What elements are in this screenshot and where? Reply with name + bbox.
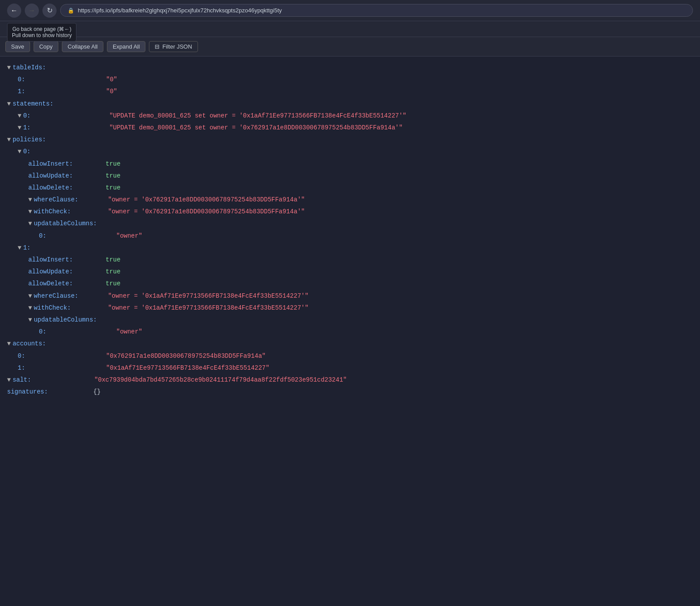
p0-allowInsert-val: true (106, 159, 121, 170)
salt-val: "0xc7939d04bda7bd457265b28ce9b02411174f7… (94, 375, 346, 386)
p0-allowUpdate-key: allowUpdate: (28, 170, 106, 182)
p1-withCheck-toggle[interactable]: ▼ (28, 303, 32, 314)
p1-whereClause-val: "owner = '0x1aAf71Ee97713566FB7138e4FcE4… (108, 291, 308, 302)
p0-allowUpdate-val: true (106, 170, 121, 182)
p1-whereClause-key: whereClause: (34, 291, 108, 302)
url-bar[interactable]: 🔒 https://ipfs.io/ipfs/bafkreieh2glghqxj… (60, 4, 693, 17)
p0-updatableCols-0-key: 0: (39, 231, 116, 242)
p0-withCheck-row: ▼ withCheck: "owner = '0x762917a1e8DD003… (0, 206, 700, 218)
policies-toggle[interactable]: ▼ (7, 134, 11, 145)
accounts-1-val: "0x1aAf71Ee97713566FB7138e4FcE4f33bE5514… (106, 363, 270, 374)
p1-updatableCols-row: ▼ updatableColumns: (0, 314, 700, 326)
p1-allowDelete-key: allowDelete: (28, 278, 106, 289)
statements-0-toggle[interactable]: ▼ (18, 110, 21, 121)
policies-row: ▼ policies: (0, 134, 700, 146)
p1-allowInsert-val: true (106, 254, 121, 265)
headers-tab[interactable]: Headers (7, 22, 43, 36)
policy-0-row: ▼ 0: (0, 146, 700, 158)
statements-key: statements: (12, 98, 53, 110)
tableIds-1-val: "0" (106, 86, 117, 97)
p1-updatableCols-0-key: 0: (39, 326, 116, 337)
p0-allowUpdate-row: allowUpdate: true (0, 170, 700, 182)
p0-withCheck-val: "owner = '0x762917a1e8DD00300678975254b8… (108, 206, 304, 217)
p0-updatableCols-toggle[interactable]: ▼ (28, 218, 32, 229)
copy-button[interactable]: Copy (34, 41, 58, 52)
p1-allowDelete-val: true (106, 278, 121, 289)
p0-updatableCols-key: updatableColumns: (34, 218, 97, 229)
statements-0-key: 0: (23, 110, 109, 121)
statements-1-key: 1: (23, 122, 109, 133)
p1-allowInsert-row: allowInsert: true (0, 254, 700, 266)
tableIds-1-key: 1: (18, 86, 106, 97)
statements-1-row: ▼ 1: "UPDATE demo_80001_625 set owner = … (0, 122, 700, 134)
p1-updatableCols-key: updatableColumns: (34, 314, 97, 326)
policy-1-key: 1: (23, 242, 30, 254)
p0-allowInsert-key: allowInsert: (28, 159, 106, 170)
tableIds-toggle[interactable]: ▼ (7, 62, 11, 73)
p0-withCheck-toggle[interactable]: ▼ (28, 206, 32, 217)
salt-key: salt: (12, 375, 94, 386)
policy-1-row: ▼ 1: (0, 242, 700, 254)
p1-withCheck-row: ▼ withCheck: "owner = '0x1aAf71Ee9771356… (0, 302, 700, 314)
p1-whereClause-row: ▼ whereClause: "owner = '0x1aAf71Ee97713… (0, 290, 700, 302)
back-button[interactable]: ← Go back one page (⌘←) Pull down to sho… (7, 4, 21, 18)
p0-whereClause-toggle[interactable]: ▼ (28, 194, 32, 205)
accounts-0-key: 0: (18, 351, 106, 362)
signatures-row: signatures: {} (0, 386, 700, 398)
browser-bar: ← Go back one page (⌘←) Pull down to sho… (0, 0, 700, 21)
lock-icon: 🔒 (68, 8, 74, 14)
p1-withCheck-key: withCheck: (34, 303, 108, 314)
statements-row: ▼ statements: (0, 98, 700, 110)
p0-allowDelete-val: true (106, 182, 121, 193)
policy-1-toggle[interactable]: ▼ (18, 242, 21, 254)
p0-allowDelete-key: allowDelete: (28, 182, 106, 193)
p1-allowUpdate-val: true (106, 266, 121, 277)
policy-0-toggle[interactable]: ▼ (18, 146, 21, 157)
p1-updatableCols-0-val: "owner" (116, 326, 142, 337)
p0-whereClause-val: "owner = '0x762917a1e8DD00300678975254b8… (108, 194, 304, 205)
p1-updatableCols-toggle[interactable]: ▼ (28, 314, 32, 326)
filter-icon: ⊟ (155, 43, 160, 50)
accounts-0-val: "0x762917a1e8DD00300678975254b83DD5FFa91… (106, 351, 266, 362)
filter-label: Filter JSON (162, 43, 192, 50)
tab-bar: Headers (0, 21, 700, 37)
accounts-toggle[interactable]: ▼ (7, 338, 11, 349)
tableIds-1-row: 1: "0" (0, 86, 700, 98)
statements-toggle[interactable]: ▼ (7, 98, 11, 110)
statements-1-toggle[interactable]: ▼ (18, 122, 21, 133)
salt-row: ▼ salt: "0xc7939d04bda7bd457265b28ce9b02… (0, 374, 700, 386)
p1-withCheck-val: "owner = '0x1aAf71Ee97713566FB7138e4FcE4… (108, 303, 308, 314)
p0-withCheck-key: withCheck: (34, 206, 108, 217)
json-content: ▼ tableIds: 0: "0" 1: "0" ▼ statements: … (0, 57, 700, 403)
collapse-all-button[interactable]: Collapse All (62, 41, 103, 52)
save-button[interactable]: Save (5, 41, 30, 52)
accounts-row: ▼ accounts: (0, 338, 700, 350)
p0-updatableCols-row: ▼ updatableColumns: (0, 218, 700, 230)
policy-0-key: 0: (23, 146, 30, 157)
forward-button[interactable]: → (25, 4, 39, 18)
tableIds-row: ▼ tableIds: (0, 62, 700, 74)
signatures-key: signatures: (7, 386, 93, 398)
p1-allowDelete-row: allowDelete: true (0, 278, 700, 290)
accounts-key: accounts: (12, 338, 46, 349)
p1-updatableCols-0-row: 0: "owner" (0, 326, 700, 338)
salt-toggle[interactable]: ▼ (7, 375, 11, 386)
p0-allowInsert-row: allowInsert: true (0, 158, 700, 170)
statements-0-val: "UPDATE demo_80001_625 set owner = '0x1a… (109, 110, 406, 121)
tableIds-0-val: "0" (106, 74, 117, 85)
p0-updatableCols-0-row: 0: "owner" (0, 230, 700, 242)
p0-whereClause-row: ▼ whereClause: "owner = '0x762917a1e8DD0… (0, 194, 700, 206)
accounts-1-row: 1: "0x1aAf71Ee97713566FB7138e4FcE4f33bE5… (0, 362, 700, 374)
p1-whereClause-toggle[interactable]: ▼ (28, 291, 32, 302)
signatures-val: {} (93, 386, 101, 398)
statements-0-row: ▼ 0: "UPDATE demo_80001_625 set owner = … (0, 110, 700, 122)
p1-allowUpdate-row: allowUpdate: true (0, 266, 700, 278)
p0-allowDelete-row: allowDelete: true (0, 182, 700, 194)
p0-whereClause-key: whereClause: (34, 194, 108, 205)
tableIds-0-key: 0: (18, 74, 106, 85)
policies-key: policies: (12, 134, 46, 145)
expand-all-button[interactable]: Expand All (107, 41, 145, 52)
url-text: https://ipfs.io/ipfs/bafkreieh2glghqxj7h… (78, 7, 282, 14)
filter-json-button[interactable]: ⊟ Filter JSON (149, 41, 198, 52)
reload-button[interactable]: ↻ (42, 4, 57, 18)
